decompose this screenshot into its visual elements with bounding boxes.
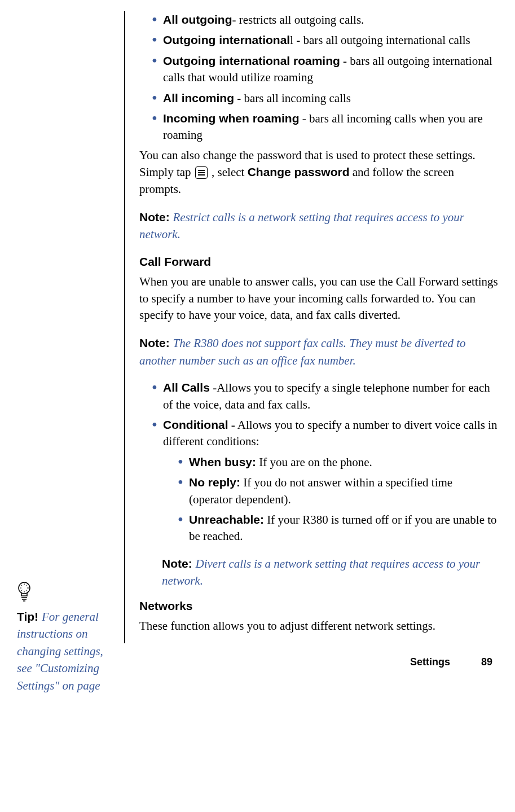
- item-desc: restricts all outgoing calls.: [236, 13, 364, 27]
- svg-line-8: [27, 590, 28, 591]
- main-content: All outgoing- restricts all outgoing cal…: [124, 11, 498, 643]
- tip-label: Tip!: [17, 610, 42, 623]
- note-label: Note:: [139, 336, 173, 349]
- item-desc: If you are on the phone.: [256, 455, 372, 469]
- item-label: No reply:: [189, 476, 240, 489]
- list-item: No reply: If you do not answer within a …: [178, 474, 498, 508]
- item-label: Outgoing international: [163, 33, 290, 46]
- item-suffix: -: [340, 54, 350, 68]
- footer-page-number: 89: [481, 656, 492, 668]
- networks-intro: These function allows you to adjust diff…: [139, 618, 498, 634]
- list-item: All Calls -Allows you to specify a singl…: [152, 379, 498, 413]
- list-item: Outgoing international roaming - bars al…: [152, 52, 498, 86]
- list-item: Conditional - Allows you to specify a nu…: [152, 416, 498, 450]
- item-suffix: -: [234, 91, 244, 105]
- item-suffix: -: [300, 112, 310, 125]
- item-desc: bars all outgoing international calls: [303, 33, 470, 47]
- item-label: Conditional: [163, 418, 228, 431]
- page-container: Tip! For general instructions on changin…: [17, 11, 498, 670]
- item-desc: bars all incoming calls: [244, 91, 351, 105]
- footer-section: Settings: [410, 656, 450, 668]
- item-suffix: -: [228, 418, 237, 432]
- conditional-list: When busy: If you are on the phone. No r…: [139, 454, 498, 545]
- pw-bold: Change password: [248, 165, 350, 178]
- list-item: When busy: If you are on the phone.: [178, 454, 498, 471]
- call-forward-types: All Calls -Allows you to specify a singl…: [139, 379, 498, 450]
- note-restrict-calls: Note: Restrict calls is a network settin…: [139, 209, 498, 243]
- list-item: Outgoing internationall - bars all outgo…: [152, 32, 498, 49]
- heading-networks: Networks: [139, 598, 498, 615]
- item-suffix: -: [293, 33, 303, 47]
- note-text: The R380 does not support fax calls. The…: [139, 336, 466, 367]
- pw-mid: , select: [209, 165, 248, 179]
- note-divert-calls: Note: Divert calls is a network setting …: [162, 555, 498, 590]
- item-label: Incoming when roaming: [163, 112, 300, 125]
- call-barring-list: All outgoing- restricts all outgoing cal…: [139, 11, 498, 144]
- note-text: Divert calls is a network setting that r…: [162, 557, 480, 587]
- list-item: Incoming when roaming - bars all incomin…: [152, 110, 498, 144]
- svg-line-6: [27, 585, 28, 586]
- note-text: Restrict calls is a network setting that…: [139, 210, 464, 241]
- svg-line-7: [21, 590, 23, 591]
- list-item: All outgoing- restricts all outgoing cal…: [152, 11, 498, 28]
- item-label: All Calls: [163, 381, 210, 394]
- note-fax: Note: The R380 does not support fax call…: [139, 335, 498, 369]
- item-label: All incoming: [163, 91, 234, 104]
- note-label: Note:: [162, 557, 196, 570]
- item-label: Outgoing international roaming: [163, 54, 340, 67]
- lightbulb-icon: [17, 581, 32, 603]
- password-change-paragraph: You can also change the password that is…: [139, 147, 498, 197]
- item-label: Unreachable:: [189, 513, 264, 526]
- list-item: Unreachable: If your R380 is turned off …: [178, 511, 498, 545]
- svg-line-5: [21, 585, 23, 586]
- heading-call-forward: Call Forward: [139, 253, 498, 270]
- sidebar-tip: Tip! For general instructions on changin…: [17, 581, 113, 692]
- list-item: All incoming - bars all incoming calls: [152, 90, 498, 107]
- call-forward-intro: When you are unable to answer calls, you…: [139, 274, 498, 323]
- item-label: When busy:: [189, 455, 256, 468]
- tip-paragraph: Tip! For general instructions on changin…: [17, 608, 113, 692]
- note-label: Note:: [139, 210, 173, 223]
- item-suffix: -: [210, 381, 217, 394]
- menu-icon: [195, 166, 208, 179]
- item-label: All outgoing: [163, 13, 232, 26]
